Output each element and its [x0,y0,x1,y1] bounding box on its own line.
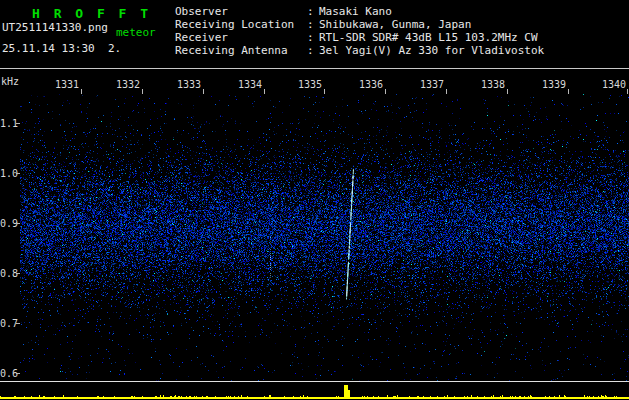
time-label: 1339 [534,79,566,90]
info-value: RTL-SDR SDR# 43dB L15 103.2MHz CW [319,31,538,44]
signal-strip-canvas [0,383,629,400]
info-row-receiver: Receiver : RTL-SDR SDR# 43dB L15 103.2MH… [175,31,544,44]
frequency-label: 0.9 [0,218,17,229]
y-axis-unit-label: kHz [1,76,19,87]
strip-separator [0,381,629,382]
info-value: Shibukawa, Gunma, Japan [319,18,471,31]
datetime-label: 25.11.14 13:30 2. [2,42,121,55]
time-label: 1336 [351,79,383,90]
info-value: 3el Yagi(V) Az 330 for Vladivostok [319,44,544,57]
frequency-label: 0.6 [0,368,17,379]
time-label: 1331 [47,79,79,90]
info-row-antenna: Receiving Antenna : 3el Yagi(V) Az 330 f… [175,44,544,57]
output-filename: UT2511141330.png [2,21,108,34]
mode-label: meteor [116,26,156,39]
frequency-label: 1.0 [0,168,17,179]
time-label: 1335 [290,79,322,90]
time-label: 1334 [230,79,262,90]
frequency-label: 0.8 [0,268,17,279]
spectrogram-canvas [20,94,629,381]
info-colon: : [307,5,319,18]
info-label: Receiving Location [175,18,307,31]
info-label: Observer [175,5,307,18]
time-label: 1337 [412,79,444,90]
info-row-observer: Observer : Masaki Kano [175,5,544,18]
frequency-label: 0.7 [0,318,17,329]
hrofft-window: H R O F F T UT2511141330.png meteor 25.1… [0,0,629,400]
frequency-label: 1.1 [0,118,17,129]
info-value: Masaki Kano [319,5,392,18]
observation-info-panel: Observer : Masaki Kano Receiving Locatio… [175,5,544,57]
header-separator [0,68,629,69]
info-colon: : [307,44,319,57]
time-label: 1332 [108,79,140,90]
time-label: 1333 [169,79,201,90]
info-colon: : [307,18,319,31]
time-label: 1340 [594,79,626,90]
info-label: Receiving Antenna [175,44,307,57]
info-label: Receiver [175,31,307,44]
info-row-location: Receiving Location : Shibukawa, Gunma, J… [175,18,544,31]
app-title: H R O F F T [32,6,151,21]
info-colon: : [307,31,319,44]
time-label: 1338 [473,79,505,90]
